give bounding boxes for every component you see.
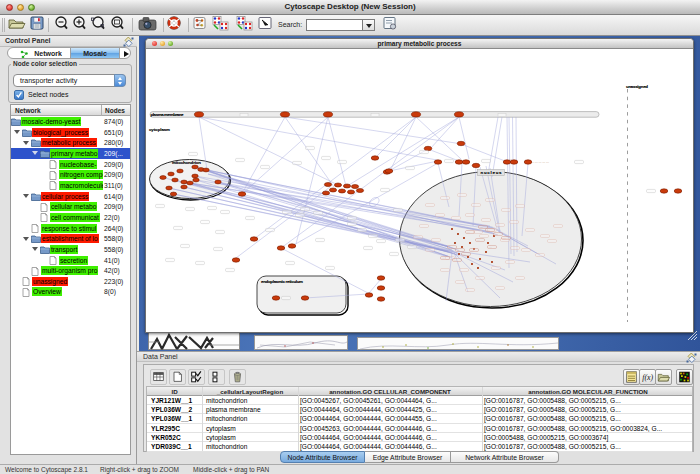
svg-text:.....: .....	[477, 239, 481, 242]
svg-text:.....: .....	[471, 249, 475, 252]
svg-text:....: ....	[325, 184, 328, 187]
svg-text:....: ....	[181, 186, 184, 189]
svg-text:....: ....	[330, 189, 333, 192]
svg-text:....: ....	[344, 185, 347, 188]
svg-text:.....: .....	[454, 259, 458, 262]
svg-text:endoplasmic reticulum: endoplasmic reticulum	[261, 279, 303, 284]
svg-text:....: ....	[172, 179, 175, 182]
svg-text:.....: .....	[467, 231, 471, 234]
svg-text:cytoplasm: cytoplasm	[149, 127, 170, 132]
svg-text:.... .... .... .... ....: .... .... .... .... ....	[531, 161, 549, 164]
svg-text:....: ....	[203, 169, 206, 172]
svg-text:....: ....	[198, 169, 201, 172]
svg-text:.....: .....	[463, 253, 467, 256]
svg-text:....: ....	[323, 192, 326, 195]
svg-text:....: ....	[509, 158, 512, 161]
svg-text:.....: .....	[503, 237, 507, 240]
svg-text:.....: .....	[487, 229, 491, 232]
svg-text:nucleus: nucleus	[481, 170, 503, 175]
svg-text:mitochondrion: mitochondrion	[172, 160, 201, 165]
svg-text:....: ....	[170, 193, 173, 196]
svg-text:unassigned: unassigned	[626, 84, 648, 89]
svg-text:.....: .....	[495, 233, 499, 236]
svg-text:.....: .....	[457, 249, 461, 252]
svg-text:.....: .....	[489, 246, 493, 249]
svg-text:....: ....	[348, 191, 351, 194]
svg-text:....: ....	[193, 179, 196, 182]
svg-text:f(x): f(x)	[642, 373, 653, 382]
svg-text:plasma membrane: plasma membrane	[151, 112, 185, 117]
svg-text:.....: .....	[442, 257, 446, 260]
svg-text:....: ....	[192, 175, 195, 178]
svg-text:.....: .....	[449, 246, 453, 249]
svg-text:.....: .....	[480, 226, 484, 229]
